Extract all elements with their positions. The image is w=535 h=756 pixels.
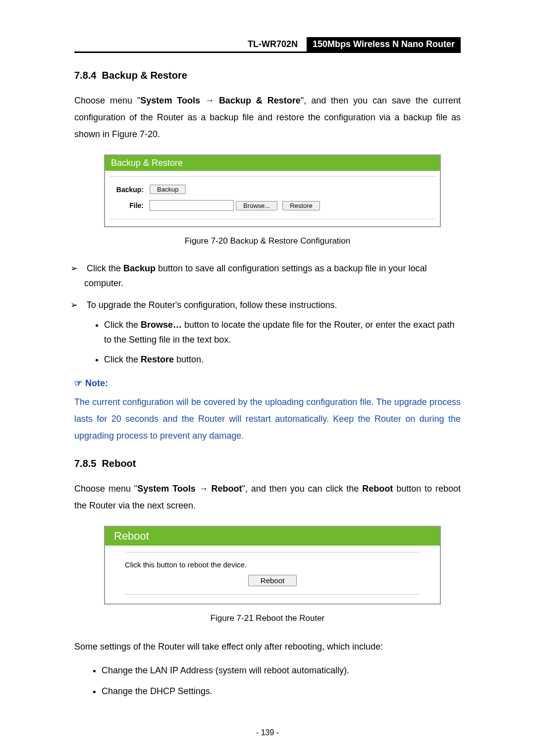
figure-7-20-caption: Figure 7-20 Backup & Restore Configurati…	[74, 236, 461, 246]
effect-lan-ip: Change the LAN IP Address (system will r…	[102, 663, 461, 678]
page-number: - 139 -	[0, 728, 535, 737]
panel-title-backup-restore: Backup & Restore	[105, 155, 440, 171]
backup-restore-bullets: Click the Backup button to save all conf…	[74, 261, 461, 367]
pointing-hand-icon: ☞	[74, 378, 82, 388]
backup-restore-panel: Backup & Restore Backup: Backup File: Br…	[104, 154, 441, 227]
file-row: File: Browse... Restore	[110, 200, 435, 211]
note-body: The current configuration will be covere…	[74, 394, 461, 444]
sub-restore: Click the Restore button.	[104, 352, 461, 367]
section-784-intro: Choose menu "System Tools → Backup & Res…	[74, 92, 461, 143]
model-number: TL-WR702N	[248, 37, 303, 51]
section-heading-reboot: 7.8.5 Reboot	[74, 458, 461, 469]
figure-7-20: Backup & Restore Backup: Backup File: Br…	[74, 154, 461, 246]
bullet-upgrade: To upgrade the Router's configuration, f…	[84, 298, 461, 367]
bullet-backup: Click the Backup button to save all conf…	[84, 261, 461, 291]
sub-browse: Click the Browse… button to locate the u…	[104, 317, 461, 347]
figure-7-21-caption: Figure 7-21 Reboot the Router	[74, 613, 461, 623]
section-785-intro: Choose menu "System Tools → Reboot", and…	[74, 480, 461, 514]
page: TL-WR702N 150Mbps Wireless N Nano Router…	[0, 0, 535, 756]
note-heading: ☞Note:	[74, 378, 461, 389]
file-label: File:	[110, 202, 150, 209]
restore-button[interactable]: Restore	[282, 201, 320, 210]
reboot-panel: Reboot Click this button to reboot the d…	[104, 526, 441, 605]
effect-dhcp: Change the DHCP Settings.	[102, 684, 461, 699]
figure-7-21: Reboot Click this button to reboot the d…	[74, 526, 461, 623]
reboot-effects-lead: Some settings of the Router will take ef…	[74, 638, 461, 655]
model-description: 150Mbps Wireless N Nano Router	[307, 37, 461, 51]
reboot-effects-list: Change the LAN IP Address (system will r…	[74, 663, 461, 699]
backup-button[interactable]: Backup	[150, 185, 186, 194]
file-input[interactable]	[150, 200, 234, 211]
panel-title-reboot: Reboot	[105, 527, 440, 546]
browse-button[interactable]: Browse...	[236, 201, 277, 210]
page-header: TL-WR702N 150Mbps Wireless N Nano Router	[74, 37, 461, 53]
section-heading-backup-restore: 7.8.4 Backup & Restore	[74, 70, 461, 81]
upgrade-sublist: Click the Browse… button to locate the u…	[94, 317, 461, 367]
reboot-button[interactable]: Reboot	[248, 575, 297, 586]
reboot-instruction-text: Click this button to reboot the device.	[125, 560, 420, 569]
backup-label: Backup:	[110, 186, 150, 194]
backup-row: Backup: Backup	[110, 185, 435, 194]
